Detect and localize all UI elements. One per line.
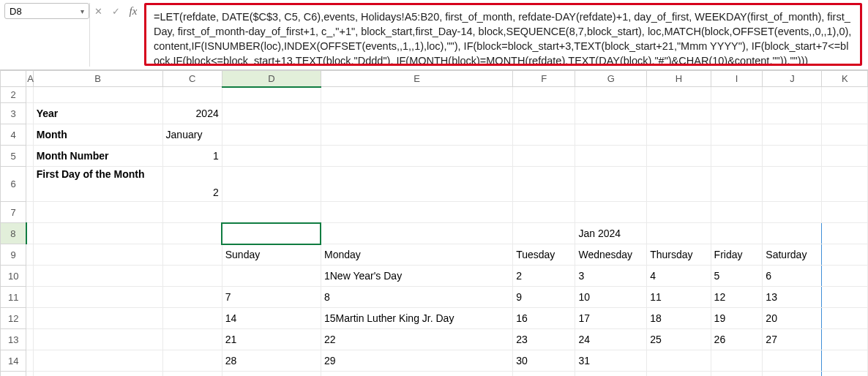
cell[interactable] xyxy=(26,308,33,329)
cell[interactable] xyxy=(763,202,822,223)
cell[interactable] xyxy=(647,87,711,103)
cell[interactable] xyxy=(26,266,33,287)
cell[interactable] xyxy=(162,308,222,329)
cell[interactable] xyxy=(575,103,647,124)
cell[interactable] xyxy=(711,146,763,167)
cell[interactable] xyxy=(763,124,822,146)
cell[interactable] xyxy=(26,146,33,167)
cell[interactable] xyxy=(763,146,822,167)
fx-icon[interactable]: fx xyxy=(125,3,141,19)
cell[interactable] xyxy=(822,87,868,103)
calendar-cell[interactable]: 22 xyxy=(321,329,512,350)
cell[interactable] xyxy=(575,146,647,167)
calendar-cell[interactable] xyxy=(222,372,321,377)
calendar-cell[interactable]: 4 xyxy=(647,266,711,287)
cell[interactable] xyxy=(822,167,868,202)
calendar-cell[interactable] xyxy=(222,266,321,287)
cell[interactable] xyxy=(763,87,822,103)
calendar-cell[interactable]: 18 xyxy=(647,308,711,329)
cell[interactable] xyxy=(575,124,647,146)
calendar-cell[interactable]: 21 xyxy=(222,329,321,350)
cell[interactable] xyxy=(162,244,222,266)
col-hdr-h[interactable]: H xyxy=(647,71,711,87)
label-year[interactable]: Year xyxy=(33,103,162,124)
cell[interactable] xyxy=(513,87,575,103)
cell[interactable] xyxy=(222,146,321,167)
calendar-cell[interactable]: 17 xyxy=(575,308,647,329)
cell[interactable] xyxy=(647,124,711,146)
calendar-cell[interactable]: 1New Year's Day xyxy=(321,266,512,287)
label-month[interactable]: Month xyxy=(33,124,162,146)
day-header[interactable]: Sunday xyxy=(222,244,321,266)
calendar-cell[interactable]: 26 xyxy=(711,329,763,350)
cell[interactable] xyxy=(26,103,33,124)
cell[interactable] xyxy=(822,223,868,244)
calendar-cell[interactable]: 13 xyxy=(763,287,822,308)
cell[interactable] xyxy=(321,87,512,103)
formula-bar[interactable]: =LET(refdate, DATE($C$3, C5, C6),events,… xyxy=(144,3,862,66)
cell[interactable] xyxy=(162,223,222,244)
cell[interactable] xyxy=(26,87,33,103)
cell[interactable] xyxy=(822,372,868,377)
calendar-cell[interactable]: 16 xyxy=(513,308,575,329)
col-hdr-b[interactable]: B xyxy=(33,71,162,87)
value-firstday[interactable]: 2 xyxy=(162,167,222,202)
col-hdr-g[interactable]: G xyxy=(575,71,647,87)
calendar-cell[interactable]: 11 xyxy=(647,287,711,308)
calendar-cell[interactable] xyxy=(647,372,711,377)
select-all-corner[interactable] xyxy=(1,71,26,87)
calendar-cell[interactable] xyxy=(321,372,512,377)
cell[interactable] xyxy=(711,223,763,244)
value-month[interactable]: January xyxy=(162,124,222,146)
calendar-cell[interactable] xyxy=(711,372,763,377)
cell[interactable] xyxy=(162,329,222,350)
col-hdr-e[interactable]: E xyxy=(321,71,512,87)
row-hdr[interactable]: 10 xyxy=(1,266,26,287)
cell[interactable] xyxy=(33,287,162,308)
cell[interactable] xyxy=(822,308,868,329)
cell[interactable] xyxy=(711,202,763,223)
cell[interactable] xyxy=(33,329,162,350)
cell[interactable] xyxy=(647,103,711,124)
cell[interactable] xyxy=(647,146,711,167)
cell[interactable] xyxy=(575,167,647,202)
cell[interactable] xyxy=(822,287,868,308)
row-hdr[interactable]: 5 xyxy=(1,146,26,167)
cell[interactable] xyxy=(33,266,162,287)
calendar-cell[interactable]: 24 xyxy=(575,329,647,350)
cell[interactable] xyxy=(222,103,321,124)
day-header[interactable]: Wednesday xyxy=(575,244,647,266)
cell[interactable] xyxy=(321,146,512,167)
spreadsheet-grid[interactable]: A B C D E F G H I J K 2 3 Year 2024 4 Mo… xyxy=(0,70,868,376)
row-hdr[interactable]: 6 xyxy=(1,167,26,202)
day-header[interactable]: Friday xyxy=(711,244,763,266)
cell[interactable] xyxy=(575,202,647,223)
cell[interactable] xyxy=(162,202,222,223)
calendar-cell[interactable]: 9 xyxy=(513,287,575,308)
calendar-cell[interactable]: 28 xyxy=(222,350,321,372)
cell[interactable] xyxy=(647,167,711,202)
cell[interactable] xyxy=(763,223,822,244)
cell-d8[interactable] xyxy=(222,223,321,244)
cell[interactable] xyxy=(26,223,33,244)
cell[interactable] xyxy=(513,146,575,167)
calendar-cell[interactable]: 31 xyxy=(575,350,647,372)
calendar-cell[interactable] xyxy=(763,372,822,377)
col-hdr-f[interactable]: F xyxy=(513,71,575,87)
cell[interactable] xyxy=(33,244,162,266)
cell[interactable] xyxy=(33,223,162,244)
cell[interactable] xyxy=(513,103,575,124)
cell[interactable] xyxy=(822,244,868,266)
calendar-cell[interactable]: 2 xyxy=(513,266,575,287)
cell[interactable] xyxy=(26,350,33,372)
row-hdr[interactable]: 9 xyxy=(1,244,26,266)
cell[interactable] xyxy=(222,124,321,146)
cell[interactable] xyxy=(222,167,321,202)
cell[interactable] xyxy=(33,308,162,329)
row-hdr[interactable]: 2 xyxy=(1,87,26,103)
accept-icon[interactable]: ✓ xyxy=(108,3,124,19)
cell[interactable] xyxy=(162,266,222,287)
calendar-cell[interactable]: 30 xyxy=(513,350,575,372)
calendar-cell[interactable]: 8 xyxy=(321,287,512,308)
calendar-cell[interactable]: 20 xyxy=(763,308,822,329)
